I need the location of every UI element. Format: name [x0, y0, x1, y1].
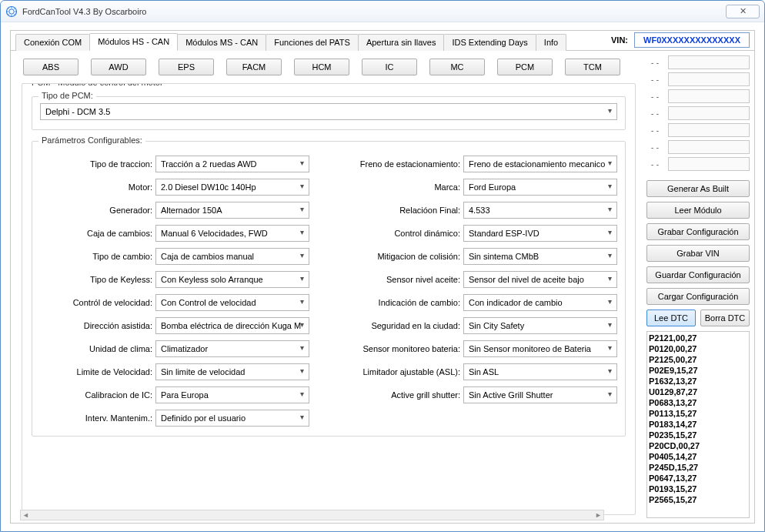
dtc-item[interactable]: P1632,13,27	[649, 376, 747, 386]
clear-dtc-button[interactable]: Borra DTC	[700, 309, 750, 326]
tab-m-dulos-ms-can[interactable]: Módulos MS - CAN	[177, 34, 266, 51]
slot-dash: - -	[646, 125, 663, 135]
close-button[interactable]: ✕	[726, 5, 760, 18]
param-select[interactable]: Sin ASL	[463, 363, 617, 380]
param-label: Limite de Velocidad:	[40, 367, 155, 376]
param-label: Sensor nivel aceite:	[340, 275, 463, 284]
dtc-item[interactable]: P0183,14,27	[649, 419, 747, 430]
titlebar: FordCanTool V4.3 By Oscarboiro ✕	[1, 1, 764, 22]
param-select[interactable]: Sin Active Grill Shutter	[463, 386, 617, 403]
param-select[interactable]: Sin Sensor monitoreo de Bateria	[463, 340, 617, 357]
dtc-item[interactable]: P0193,15,27	[649, 483, 747, 494]
param-select[interactable]: Definido por el usuario	[155, 410, 309, 427]
slot-dash: - -	[646, 109, 663, 118]
param-label: Relacióon Final:	[340, 206, 463, 215]
param-select[interactable]: Con indicador de cambio	[463, 294, 617, 311]
slot-value	[668, 89, 750, 103]
module-abs-button[interactable]: ABS	[23, 59, 79, 75]
module-tcm-button[interactable]: TCM	[565, 59, 620, 75]
param-select[interactable]: Climatizador	[155, 340, 309, 357]
dtc-item[interactable]: P0113,15,27	[649, 408, 747, 419]
module-hcm-button[interactable]: HCM	[294, 59, 349, 75]
dtc-item[interactable]: P0683,13,27	[649, 397, 747, 408]
dtc-item[interactable]: P0235,15,27	[649, 430, 747, 440]
slot-value	[668, 106, 750, 120]
pcm-type-select[interactable]: Delphi - DCM 3.5	[40, 103, 617, 120]
param-label: Freno de estacionamiento:	[340, 159, 463, 169]
param-label: Control dinámico:	[340, 229, 463, 238]
pcm-type-group: Tipo de PCM: Delphi - DCM 3.5	[32, 96, 626, 130]
dtc-item[interactable]: P02E9,15,27	[649, 365, 747, 376]
param-label: Calibracion de IC:	[40, 390, 155, 400]
module-facm-button[interactable]: FACM	[226, 59, 282, 75]
pcm-type-label: Tipo de PCM:	[38, 91, 96, 100]
param-label: Caja de cambios:	[40, 229, 155, 238]
param-select[interactable]: Con Control de velocidad	[155, 294, 309, 311]
vin-input[interactable]	[634, 32, 750, 48]
tab-apertura-sin-llaves[interactable]: Apertura sin llaves	[358, 34, 445, 51]
app-icon	[5, 5, 18, 18]
dtc-list[interactable]: P2121,00,27P0120,00,27P2125,00,27P02E9,1…	[646, 331, 750, 518]
param-select[interactable]: Manual 6 Velocidades, FWD	[155, 225, 309, 242]
dtc-item[interactable]: P20CD,00,27	[649, 440, 747, 451]
param-select[interactable]: Alternador 150A	[155, 202, 309, 219]
dtc-item[interactable]: P0120,00,27	[649, 343, 747, 354]
dtc-item[interactable]: P245D,15,27	[649, 462, 747, 473]
grabar-vin-button[interactable]: Grabar VIN	[646, 245, 750, 262]
module-pcm-button[interactable]: PCM	[497, 59, 553, 75]
window-title: FordCanTool V4.3 By Oscarboiro	[22, 7, 146, 16]
guardar-configuraci-n-button[interactable]: Guardar Configuración	[646, 266, 750, 283]
param-select[interactable]: Sin limite de velocidad	[155, 363, 309, 380]
tab-funciones-del-pats[interactable]: Funciones del PATS	[266, 34, 359, 51]
slot-value	[668, 157, 750, 171]
param-label: Seguridad en la ciudad:	[340, 321, 463, 330]
module-awd-button[interactable]: AWD	[91, 59, 146, 75]
params-title: Parámetros Configurables:	[38, 136, 145, 145]
param-select[interactable]: Caja de cambios manual	[155, 248, 309, 265]
param-label: Limitador ajustable (ASL):	[340, 367, 463, 376]
module-mc-button[interactable]: MC	[429, 59, 485, 75]
dtc-item[interactable]: U0129,87,27	[649, 386, 747, 397]
param-select[interactable]: Para Europa	[155, 386, 309, 403]
param-select[interactable]: Freno de estacionamiento mecanico	[463, 156, 617, 172]
dtc-item[interactable]: P0405,14,27	[649, 451, 747, 462]
module-ic-button[interactable]: IC	[362, 59, 417, 75]
param-select[interactable]: 4.533	[463, 202, 617, 219]
module-eps-button[interactable]: EPS	[159, 59, 214, 75]
slot-dash: - -	[646, 58, 663, 67]
dtc-item[interactable]: P2565,15,27	[649, 494, 747, 505]
tab-conexi-n-com[interactable]: Conexión COM	[15, 34, 90, 51]
dtc-item[interactable]: P2125,00,27	[649, 354, 747, 365]
app-window: FordCanTool V4.3 By Oscarboiro ✕ Conexió…	[0, 0, 765, 532]
tab-m-dulos-hs-can[interactable]: Módulos HS - CAN	[89, 33, 178, 51]
param-select[interactable]: Standard ESP-IVD	[463, 225, 617, 242]
cargar-configuraci-n-button[interactable]: Cargar Configuración	[646, 288, 750, 305]
module-toolbar: ABSAWDEPSFACMHCMICMCPCMTCM	[18, 57, 639, 83]
param-select[interactable]: Ford Europa	[463, 179, 617, 196]
param-label: Motor:	[40, 182, 155, 192]
leer-m-dulo-button[interactable]: Leer Módulo	[646, 202, 750, 219]
read-dtc-button[interactable]: Lee DTC	[646, 309, 696, 326]
dtc-item[interactable]: P2121,00,27	[649, 333, 747, 343]
param-select[interactable]: Bomba eléctrica de dirección Kuga M	[155, 317, 309, 334]
param-label: Dirección asistida:	[40, 321, 155, 330]
param-select[interactable]: Tracción a 2 ruedas AWD	[155, 156, 309, 172]
param-label: Sensor monitoreo bateria:	[340, 344, 463, 353]
param-select[interactable]: Sin City Safety	[463, 317, 617, 334]
tab-info[interactable]: Info	[536, 34, 566, 51]
param-select[interactable]: 2.0 Diesel DW10c 140Hp	[155, 179, 309, 196]
slot-dash: - -	[646, 142, 663, 152]
tab-ids-extending-days[interactable]: IDS Extending Days	[443, 34, 536, 51]
grabar-configuraci-n-button[interactable]: Grabar Configuración	[646, 223, 750, 240]
slot-dash: - -	[646, 75, 663, 84]
hscrollbar[interactable]: ◄►	[20, 510, 604, 520]
param-select[interactable]: Sensor del nivel de aceite bajo	[463, 271, 617, 288]
generar-as-built-button[interactable]: Generar As Built	[646, 180, 750, 197]
dtc-item[interactable]: P0647,13,27	[649, 473, 747, 483]
pcm-group-title: PCM - Módulo de control del motor	[28, 83, 166, 87]
pcm-type-value: Delphi - DCM 3.5	[45, 107, 110, 116]
param-select[interactable]: Sin sintema CMbB	[463, 248, 617, 265]
param-label: Active grill shutter:	[340, 390, 463, 400]
param-label: Tipo de cambio:	[40, 252, 155, 261]
param-select[interactable]: Con Keyless solo Arranque	[155, 271, 309, 288]
